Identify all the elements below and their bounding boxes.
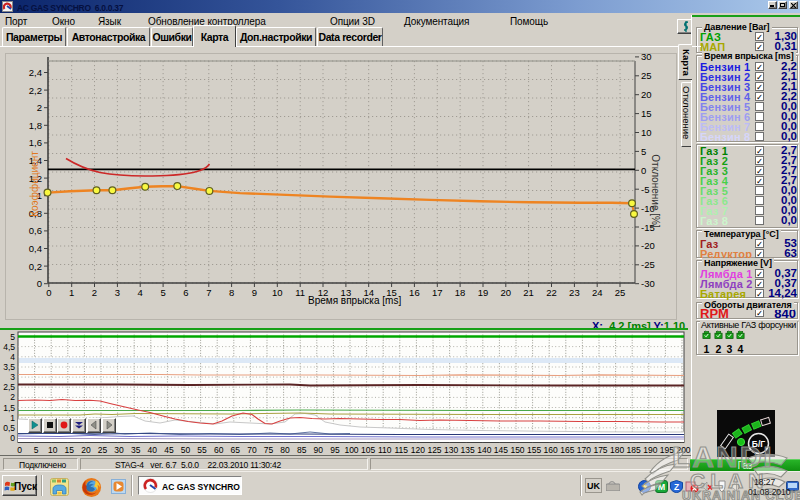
svg-text:0: 0: [17, 445, 22, 455]
svg-text:2,2: 2,2: [29, 85, 42, 96]
svg-text:15: 15: [641, 108, 652, 119]
svg-text:10: 10: [272, 287, 283, 298]
svg-text:4,5: 4,5: [3, 342, 15, 352]
svg-text:5: 5: [34, 445, 39, 455]
svg-text:18: 18: [455, 287, 466, 298]
svg-text:-5: -5: [641, 184, 649, 195]
svg-text:55: 55: [197, 445, 207, 455]
svg-text:-20: -20: [641, 240, 655, 251]
svg-text:90: 90: [314, 445, 324, 455]
svg-text:100: 100: [344, 445, 358, 455]
svg-text:40: 40: [148, 445, 158, 455]
svg-text:5: 5: [641, 146, 646, 157]
svg-text:95: 95: [330, 445, 340, 455]
svg-text:35: 35: [131, 445, 141, 455]
svg-text:-30: -30: [641, 278, 655, 289]
svg-text:130: 130: [444, 445, 458, 455]
svg-text:155: 155: [527, 445, 541, 455]
svg-text:6: 6: [183, 287, 188, 298]
svg-text:0,4: 0,4: [29, 243, 42, 254]
svg-text:0: 0: [46, 287, 51, 298]
svg-text:21: 21: [523, 287, 534, 298]
svg-text:Время впрыска [ms]: Время впрыска [ms]: [308, 295, 401, 306]
svg-text:0: 0: [10, 433, 15, 443]
svg-text:145: 145: [494, 445, 508, 455]
svg-text:4: 4: [10, 352, 15, 362]
svg-text:115: 115: [395, 445, 409, 455]
svg-text:1: 1: [69, 287, 74, 298]
svg-text:1,6: 1,6: [29, 137, 42, 148]
svg-text:110: 110: [378, 445, 392, 455]
svg-text:60: 60: [214, 445, 224, 455]
svg-text:85: 85: [297, 445, 307, 455]
svg-text:10: 10: [48, 445, 58, 455]
svg-text:25: 25: [98, 445, 108, 455]
svg-text:105: 105: [361, 445, 375, 455]
svg-text:-25: -25: [641, 259, 655, 270]
svg-text:150: 150: [510, 445, 524, 455]
svg-text:1,5: 1,5: [3, 403, 15, 413]
svg-text:19: 19: [478, 287, 489, 298]
svg-text:9: 9: [252, 287, 257, 298]
svg-text:11: 11: [295, 287, 305, 298]
svg-text:0,6: 0,6: [29, 225, 42, 236]
svg-text:2,4: 2,4: [29, 67, 42, 78]
svg-text:2,5: 2,5: [3, 382, 15, 392]
svg-text:10: 10: [641, 127, 652, 138]
svg-text:0,2: 0,2: [29, 261, 42, 272]
svg-text:30: 30: [641, 51, 652, 62]
svg-text:4: 4: [138, 287, 143, 298]
svg-text:45: 45: [164, 445, 174, 455]
svg-text:24: 24: [592, 287, 603, 298]
svg-text:160: 160: [544, 445, 558, 455]
svg-text:16: 16: [409, 287, 420, 298]
svg-text:23: 23: [569, 287, 580, 298]
svg-text:25: 25: [615, 287, 626, 298]
svg-text:7: 7: [206, 287, 211, 298]
svg-text:1: 1: [10, 413, 15, 423]
svg-text:3,5: 3,5: [3, 362, 15, 372]
svg-text:0,5: 0,5: [3, 423, 15, 433]
svg-text:25: 25: [641, 70, 652, 81]
svg-text:15: 15: [65, 445, 75, 455]
svg-text:5: 5: [160, 287, 165, 298]
svg-text:8: 8: [229, 287, 234, 298]
svg-text:Коэффициент: Коэффициент: [29, 151, 40, 217]
svg-text:5: 5: [10, 332, 15, 342]
svg-text:120: 120: [411, 445, 425, 455]
svg-text:3: 3: [115, 287, 120, 298]
svg-text:2: 2: [37, 102, 42, 113]
svg-text:0: 0: [37, 278, 42, 289]
svg-text:65: 65: [231, 445, 241, 455]
svg-text:135: 135: [461, 445, 475, 455]
svg-text:80: 80: [280, 445, 290, 455]
svg-text:22: 22: [546, 287, 557, 298]
svg-text:75: 75: [264, 445, 274, 455]
svg-text:170: 170: [577, 445, 591, 455]
svg-text:0: 0: [641, 165, 646, 176]
svg-text:2: 2: [10, 392, 15, 402]
svg-text:20: 20: [641, 89, 652, 100]
svg-text:50: 50: [181, 445, 191, 455]
svg-text:Отклонение [%]: Отклонение [%]: [650, 154, 661, 228]
svg-text:2: 2: [92, 287, 97, 298]
svg-text:165: 165: [560, 445, 574, 455]
svg-text:140: 140: [477, 445, 491, 455]
svg-text:3: 3: [10, 372, 15, 382]
svg-text:125: 125: [427, 445, 441, 455]
svg-text:1,8: 1,8: [29, 120, 42, 131]
svg-text:20: 20: [81, 445, 91, 455]
svg-text:70: 70: [247, 445, 257, 455]
svg-text:20: 20: [501, 287, 512, 298]
svg-text:30: 30: [114, 445, 124, 455]
svg-text:17: 17: [432, 287, 443, 298]
